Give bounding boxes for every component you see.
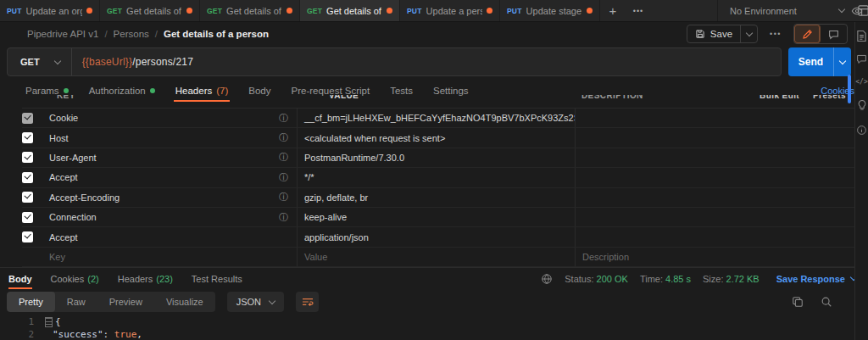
save-response-button[interactable]: Save Response <box>776 274 856 284</box>
code-open-brace: { <box>55 316 61 327</box>
tab-headers[interactable]: Headers (7) <box>175 80 229 102</box>
tab-label: Headers <box>175 86 212 96</box>
send-button[interactable]: Send <box>788 47 833 76</box>
network-globe-icon[interactable] <box>541 273 553 285</box>
request-more-actions-button[interactable]: ••• <box>766 30 785 38</box>
value-placeholder[interactable]: Value <box>304 252 327 262</box>
fold-toggle-icon[interactable] <box>45 317 53 327</box>
info-icon: ⓘ <box>279 133 288 142</box>
row-checkbox[interactable] <box>22 231 33 242</box>
row-checkbox[interactable] <box>22 113 33 124</box>
header-description[interactable] <box>575 109 854 127</box>
tab-label: Update a person <box>426 6 482 16</box>
row-checkbox[interactable] <box>22 192 33 203</box>
view-pretty[interactable]: Pretty <box>7 292 55 312</box>
header-value[interactable]: application/json <box>297 227 575 246</box>
code-snippet-icon[interactable]: </> <box>855 78 867 86</box>
request-tab-get-person-active[interactable]: GET Get details of a person <box>300 0 400 21</box>
header-key[interactable]: Accept-Encoding <box>49 192 120 203</box>
tab-pre-request-script[interactable]: Pre-request Script <box>292 80 370 102</box>
search-icon[interactable] <box>821 296 832 308</box>
environment-name: No Environment <box>730 6 832 16</box>
breadcrumb-collection[interactable]: Pipedrive API v1 <box>27 29 98 39</box>
url-input[interactable]: {{baseUrl}}/persons/217 <box>72 56 193 68</box>
view-raw[interactable]: Raw <box>55 292 97 312</box>
header-key[interactable]: Connection <box>49 212 97 222</box>
environment-selector[interactable]: No Environment <box>717 0 868 21</box>
wrap-lines-button[interactable] <box>296 292 319 312</box>
tab-label: Update an organizatior <box>26 6 82 16</box>
header-key[interactable]: Cookie <box>49 113 78 123</box>
view-visualize[interactable]: Visualize <box>154 292 215 312</box>
header-description[interactable] <box>575 188 854 207</box>
request-tab-update-organization[interactable]: PUT Update an organizatior <box>0 0 100 21</box>
line-number: 1 <box>0 316 34 327</box>
edit-mode-button[interactable] <box>794 25 821 43</box>
tab-settings[interactable]: Settings <box>433 80 469 102</box>
new-tab-button[interactable]: + <box>600 0 626 21</box>
header-key[interactable]: Host <box>49 133 69 143</box>
chevron-down-icon <box>53 57 60 64</box>
header-value[interactable]: <calculated when request is sent> <box>297 128 575 147</box>
info-icon: ⓘ <box>279 213 288 222</box>
description-placeholder[interactable]: Description <box>582 252 629 262</box>
header-value[interactable]: __cf_bm=jLHeHXEw_bHEFCaYyfEhazNO4T9pBV7b… <box>297 109 575 127</box>
header-description[interactable] <box>575 168 854 187</box>
row-checkbox[interactable] <box>22 132 33 143</box>
comments-button[interactable] <box>821 25 847 43</box>
tab-body[interactable]: Body <box>248 80 270 102</box>
response-body-editor[interactable]: 1 { 2 "success": true, <box>0 315 868 340</box>
method-dropdown[interactable]: GET <box>8 48 72 75</box>
tab-options-button[interactable]: ••• <box>626 0 651 21</box>
row-checkbox[interactable] <box>22 172 33 183</box>
headers-table: KEY VALUE DESCRIPTION Bulk Edit Presets … <box>22 95 854 267</box>
row-checkbox[interactable] <box>22 212 33 223</box>
header-value[interactable]: */* <box>297 168 575 187</box>
response-tab-cookies[interactable]: Cookies (2) <box>51 268 99 289</box>
view-preview[interactable]: Preview <box>97 292 154 312</box>
row-checkbox[interactable] <box>22 152 33 163</box>
key-placeholder[interactable]: Key <box>49 252 65 262</box>
header-key[interactable]: Accept <box>49 172 78 182</box>
format-dropdown[interactable]: JSON <box>227 292 284 312</box>
code-content: "success": true, <box>53 329 142 340</box>
request-tab-get-organization[interactable]: GET Get details of an organ <box>100 0 200 21</box>
time-label: Time: <box>640 274 663 284</box>
copy-icon[interactable] <box>792 296 804 308</box>
save-options-button[interactable] <box>740 25 757 42</box>
save-response-label: Save Response <box>776 274 845 284</box>
documentation-icon[interactable] <box>856 30 867 42</box>
response-tab-test-results[interactable]: Test Results <box>192 268 242 289</box>
capture-requests-icon[interactable] <box>857 4 868 17</box>
tab-params[interactable]: Params <box>25 80 69 102</box>
tab-label: Cookies <box>51 274 85 284</box>
lightbulb-icon[interactable] <box>857 99 867 111</box>
request-tab-update-person[interactable]: PUT Update a person <box>400 0 500 21</box>
edit-comment-toggle-group <box>793 24 848 44</box>
comments-rail-icon[interactable] <box>856 53 867 64</box>
request-section-tabs: Params Authorization Headers (7) Body Pr… <box>0 80 854 102</box>
breadcrumb-folder[interactable]: Persons <box>114 29 149 39</box>
scrollbar-thumb[interactable] <box>848 75 851 103</box>
tab-label: Get details of an organ <box>126 6 182 16</box>
response-tab-body[interactable]: Body <box>8 268 32 289</box>
tab-authorization[interactable]: Authorization <box>89 80 155 102</box>
header-description[interactable] <box>575 148 854 167</box>
header-value[interactable]: keep-alive <box>297 208 575 226</box>
chevron-down-icon <box>839 57 846 64</box>
send-options-button[interactable] <box>833 47 851 76</box>
header-value[interactable]: PostmanRuntime/7.30.0 <box>297 148 575 167</box>
save-button[interactable]: Save <box>687 25 740 42</box>
header-description[interactable] <box>575 227 854 246</box>
request-tab-update-stage[interactable]: PUT Update stage details <box>500 0 600 21</box>
response-tab-headers[interactable]: Headers (23) <box>118 268 173 289</box>
header-value[interactable]: gzip, deflate, br <box>297 188 575 207</box>
header-key[interactable]: User-Agent <box>49 153 97 163</box>
info-circle-icon[interactable] <box>856 125 867 136</box>
header-description[interactable] <box>575 128 854 147</box>
save-split-button: Save <box>687 25 758 43</box>
request-tab-get-deal[interactable]: GET Get details of a deal <box>200 0 300 21</box>
tab-tests[interactable]: Tests <box>390 80 413 102</box>
header-description[interactable] <box>575 208 854 226</box>
header-key[interactable]: Accept <box>49 232 78 242</box>
